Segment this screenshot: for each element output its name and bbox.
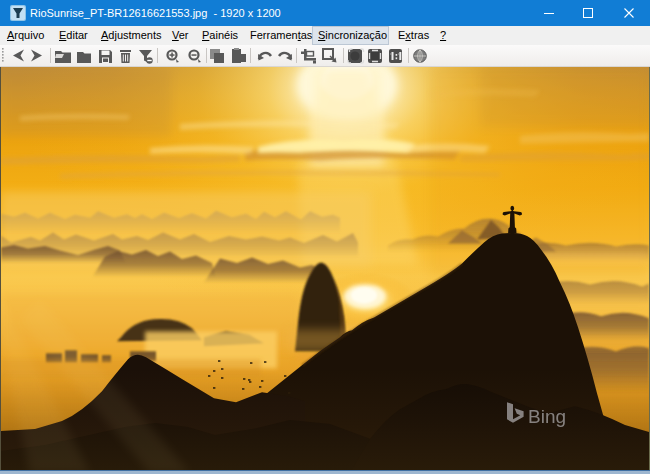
svg-text:Bing: Bing	[528, 406, 566, 427]
